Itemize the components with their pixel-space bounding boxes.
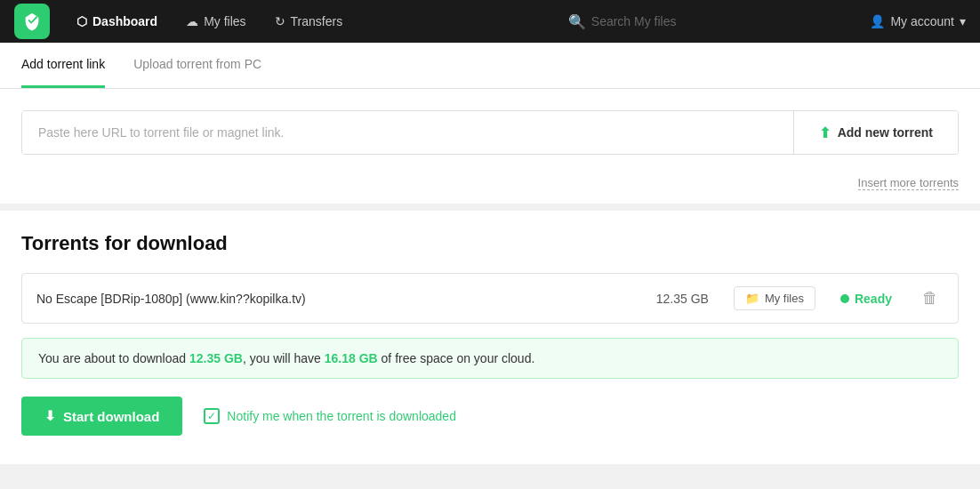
nav-link-dashboard-label: Dashboard: [92, 14, 157, 28]
info-text-middle: , you will have: [243, 351, 325, 365]
insert-more-link[interactable]: Insert more torrents: [858, 176, 959, 190]
notify-label: Notify me when the torrent is downloaded: [227, 409, 456, 423]
trash-icon: 🗑: [922, 289, 938, 307]
info-free-space: 16.18 GB: [325, 351, 378, 365]
folder-icon: 📁: [745, 292, 759, 305]
tabs: Add torrent link Upload torrent from PC: [0, 43, 980, 89]
insert-more-container: Insert more torrents: [0, 176, 980, 204]
upload-icon: ⬆: [819, 124, 831, 141]
info-download-size: 12.35 GB: [189, 351, 243, 365]
status-badge: Ready: [840, 292, 892, 306]
status-label: Ready: [855, 292, 892, 306]
notify-checkbox[interactable]: ✓: [204, 408, 220, 424]
tab-add-torrent-link[interactable]: Add torrent link: [21, 43, 105, 88]
nav-link-myfiles-label: My files: [204, 14, 245, 28]
bottom-row: ⬇ Start download ✓ Notify me when the to…: [21, 397, 959, 436]
account-label: My account: [890, 14, 954, 28]
add-new-torrent-button[interactable]: ⬆ Add new torrent: [793, 111, 958, 154]
nav-link-dashboard[interactable]: ⬡ Dashboard: [64, 9, 170, 34]
torrent-row: No Escape [BDRip-1080p] (www.kin??kopilk…: [21, 273, 959, 324]
add-torrent-card: Add torrent link Upload torrent from PC …: [0, 43, 980, 204]
torrent-url-input[interactable]: [22, 111, 793, 154]
notify-link[interactable]: ✓ Notify me when the torrent is download…: [204, 408, 456, 424]
dashboard-icon: ⬡: [76, 14, 87, 28]
folder-label: My files: [765, 292, 804, 305]
folder-select-button[interactable]: 📁 My files: [734, 286, 815, 310]
torrent-size: 12.35 GB: [656, 292, 709, 306]
info-text-before: You are about to download: [38, 351, 189, 365]
start-download-button[interactable]: ⬇ Start download: [21, 397, 182, 436]
myfiles-icon: ☁: [186, 14, 198, 28]
search-input[interactable]: [591, 14, 769, 28]
search-icon: 🔍: [568, 13, 586, 30]
navbar: ⬡ Dashboard ☁ My files ↻ Transfers 🔍 👤 M…: [0, 0, 980, 43]
chevron-down-icon: ▾: [960, 14, 966, 28]
delete-torrent-button[interactable]: 🗑: [917, 287, 944, 309]
nav-link-myfiles[interactable]: ☁ My files: [173, 9, 258, 34]
main-content: Add torrent link Upload torrent from PC …: [0, 43, 980, 464]
nav-links: ⬡ Dashboard ☁ My files ↻ Transfers: [64, 9, 467, 34]
logo[interactable]: [14, 4, 50, 39]
account-menu[interactable]: 👤 My account ▾: [870, 14, 966, 28]
nav-link-transfers[interactable]: ↻ Transfers: [262, 9, 356, 34]
download-icon: ⬇: [44, 408, 56, 424]
torrent-name: No Escape [BDRip-1080p] (www.kin??kopilk…: [36, 292, 646, 306]
torrents-section: Torrents for download No Escape [BDRip-1…: [0, 211, 980, 464]
info-text-after: of free space on your cloud.: [378, 351, 535, 365]
section-title: Torrents for download: [21, 232, 959, 255]
account-icon: 👤: [870, 14, 885, 28]
tab-upload-torrent[interactable]: Upload torrent from PC: [133, 43, 261, 88]
torrent-input-row: ⬆ Add new torrent: [21, 110, 959, 155]
logo-icon: [22, 12, 42, 31]
info-box: You are about to download 12.35 GB, you …: [21, 338, 959, 379]
transfers-icon: ↻: [275, 14, 285, 28]
nav-link-transfers-label: Transfers: [291, 14, 343, 28]
search-container[interactable]: 🔍: [467, 13, 870, 30]
status-dot: [840, 294, 849, 303]
start-download-label: Start download: [63, 409, 159, 424]
